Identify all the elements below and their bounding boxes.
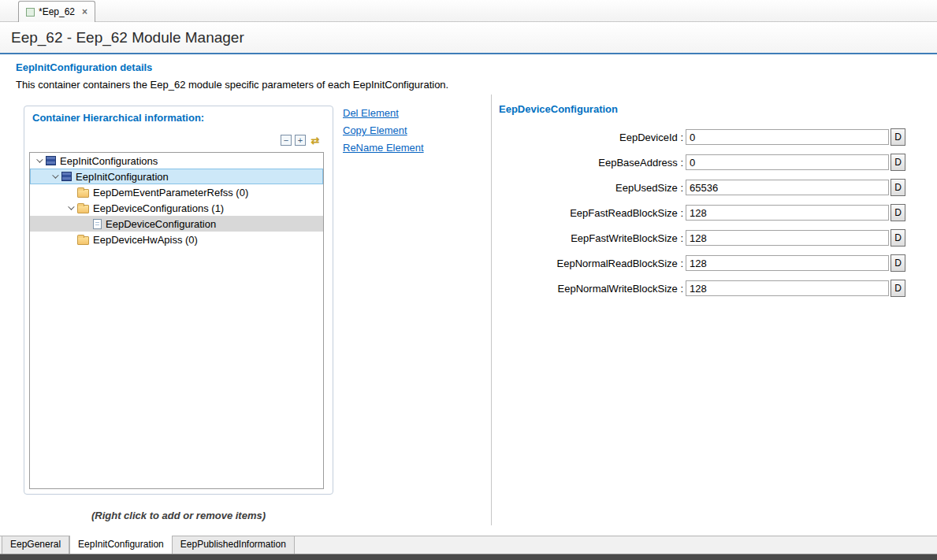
page-header: Eep_62 - Eep_62 Module Manager [0,22,937,54]
field-input[interactable] [686,255,889,271]
folder-icon [77,236,89,245]
default-value-button[interactable]: D [891,254,905,272]
status-strip [0,554,937,560]
field-row-EepNormalWriteBlockSize: EepNormalWriteBlockSize : D [499,276,937,301]
default-value-button[interactable]: D [891,128,905,146]
tree-item-label: EepInitConfigurations [60,155,162,167]
tree-item[interactable]: EepDeviceHwApiss (0) [30,232,323,247]
default-value-button[interactable]: D [891,204,905,221]
tree-item-label: EepInitConfiguration [76,171,173,183]
field-label: EepFastWriteBlockSize : [499,232,686,244]
field-input[interactable] [686,129,889,145]
field-row-EepFastReadBlockSize: EepFastReadBlockSize : D [499,200,937,225]
module-icon [61,172,72,181]
chevron-down-icon[interactable] [47,174,61,179]
tree-toolbar: − + ⇄ [281,135,322,146]
container-hierarchy-title: Container Hierarchical information: [32,112,204,124]
editor-tab-eep62[interactable]: *Eep_62 × [18,1,95,22]
tree-item[interactable]: EepDeviceConfiguration [30,216,323,232]
editor-file-icon [26,8,35,17]
section-heading: EepInitConfiguration details This contai… [16,61,921,91]
container-tree: EepInitConfigurations EepInitConfigurati… [29,152,324,489]
field-row-EepBaseAddress: EepBaseAddress : D [499,150,937,175]
del-element-link[interactable]: Del Element [343,107,424,119]
editor-tab-label: *Eep_62 [39,6,75,17]
field-input[interactable] [686,205,889,221]
field-input[interactable] [686,280,889,296]
field-label: EepNormalWriteBlockSize : [499,283,686,295]
field-label: EepUsedSize : [499,182,686,194]
configuration-fields: EepDeviceId : D EepBaseAddress : D EepUs… [499,124,937,301]
default-value-button[interactable]: D [891,179,905,196]
chevron-down-icon[interactable] [63,206,77,210]
folder-icon [77,205,89,213]
editor-tabbar: *Eep_62 × [0,0,937,22]
document-icon [93,219,102,229]
container-hierarchy-panel: Container Hierarchical information: − + … [24,106,333,495]
close-icon[interactable]: × [82,7,87,17]
main-content: Container Hierarchical information: − + … [0,95,937,536]
module-manager-window: *Eep_62 × Eep_62 - Eep_62 Module Manager… [0,0,937,560]
panel-divider [491,95,492,525]
tree-item[interactable]: EepInitConfiguration [30,169,323,184]
section-title: EepInitConfiguration details [16,61,921,73]
device-configuration-title: EepDeviceConfiguration [499,103,618,115]
expand-all-icon[interactable]: + [295,135,306,146]
field-label: EepNormalReadBlockSize : [499,258,686,269]
default-value-button[interactable]: D [891,229,905,247]
tree-item-label: EepDemEventParameterRefss (0) [93,187,253,198]
field-row-EepDeviceId: EepDeviceId : D [499,124,937,150]
collapse-all-icon[interactable]: − [281,135,292,146]
field-input[interactable] [686,230,889,246]
tab-eepinitconfiguration[interactable]: EepInitConfiguration [69,536,173,554]
tree-item[interactable]: EepDeviceConfigurations (1) [30,200,323,216]
tree-item[interactable]: EepDemEventParameterRefss (0) [30,184,323,200]
field-input[interactable] [686,180,889,195]
link-with-editor-icon[interactable]: ⇄ [309,135,322,146]
element-actions: Del ElementCopy ElementReName Element [343,107,424,154]
default-value-button[interactable]: D [891,154,905,171]
field-row-EepUsedSize: EepUsedSize : D [499,175,937,200]
default-value-button[interactable]: D [891,280,905,297]
chevron-down-icon[interactable] [32,158,46,163]
folder-icon [77,189,89,198]
field-row-EepFastWriteBlockSize: EepFastWriteBlockSize : D [499,225,937,250]
section-description: This container containers the Eep_62 mod… [16,79,921,91]
tab-eeppublishedinformation[interactable]: EepPublishedInformation [173,536,295,554]
page-tabbar: EepGeneralEepInitConfigurationEepPublish… [0,536,937,554]
field-label: EepFastReadBlockSize : [499,207,686,219]
tree-item-label: EepDeviceConfigurations (1) [93,202,229,214]
field-input[interactable] [686,154,889,170]
copy-element-link[interactable]: Copy Element [343,124,424,136]
field-label: EepBaseAddress : [499,157,686,169]
right-click-hint: (Right click to add or remove items) [24,510,333,521]
device-configuration-panel: EepDeviceConfiguration EepDeviceId : D E… [499,95,937,525]
tree-item-label: EepDeviceHwApiss (0) [93,234,203,246]
rename-element-link[interactable]: ReName Element [343,142,424,154]
field-label: EepDeviceId : [499,132,686,143]
page-title: Eep_62 - Eep_62 Module Manager [11,29,244,46]
tab-eepgeneral[interactable]: EepGeneral [2,536,69,554]
field-row-EepNormalReadBlockSize: EepNormalReadBlockSize : D [499,250,937,276]
tree-item[interactable]: EepInitConfigurations [30,153,323,169]
module-icon [46,156,56,165]
tree-item-label: EepDeviceConfiguration [106,218,221,230]
